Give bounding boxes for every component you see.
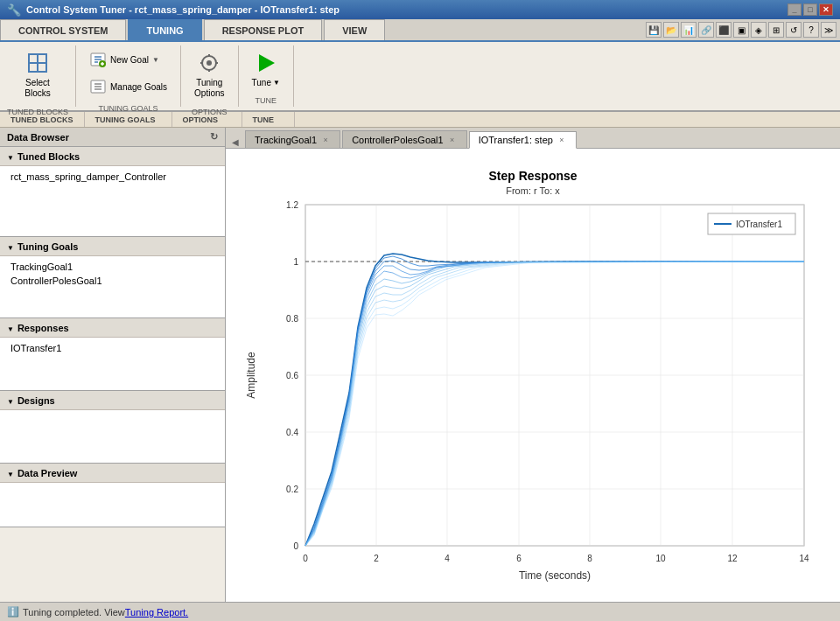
svg-text:0.8: 0.8: [286, 314, 298, 324]
tune-icon: [254, 51, 278, 75]
tuning-options-button[interactable]: TuningOptions: [188, 47, 230, 102]
tuning-options-icon: [197, 51, 221, 75]
sidebar-item-controller[interactable]: rct_mass_spring_damper_Controller: [7, 170, 218, 184]
sidebar: Data Browser ↻ Tuned Blocks rct_mass_spr…: [0, 128, 226, 602]
minimize-button[interactable]: _: [788, 3, 802, 16]
window-controls: _ □ ✕: [788, 3, 833, 16]
svg-text:1: 1: [293, 257, 298, 267]
svg-text:12: 12: [727, 554, 738, 563]
select-blocks-label: SelectBlocks: [24, 78, 50, 99]
app-icon: 🔧: [7, 3, 21, 17]
svg-text:10: 10: [655, 554, 666, 563]
tab-control-system[interactable]: CONTROL SYSTEM: [0, 19, 126, 40]
chart-scroll-left[interactable]: ◀: [229, 136, 242, 148]
toolbar-icon-3[interactable]: 📊: [681, 22, 696, 38]
ribbon-group-options: TuningOptions OPTIONS: [181, 45, 238, 107]
toolbar-icon-1[interactable]: 💾: [646, 22, 662, 38]
svg-text:0.2: 0.2: [286, 485, 298, 494]
new-goal-button[interactable]: New Goal ▼: [83, 47, 173, 72]
chart-tab-tracking-goal-close[interactable]: ×: [320, 135, 331, 145]
ribbon-group-tuning-goals: New Goal ▼ Manage Goals TUNING GOALS: [76, 45, 181, 107]
toolbar-icon-5[interactable]: ⬛: [716, 22, 732, 38]
sidebar-section-tuned-blocks: Tuned Blocks rct_mass_spring_damper_Cont…: [0, 147, 225, 237]
chart-tab-controller-poles-close[interactable]: ×: [447, 135, 458, 145]
sidebar-refresh-icon[interactable]: ↻: [210, 131, 218, 143]
toolbar-icon-8[interactable]: ⊞: [768, 22, 784, 38]
tuning-goals-label: Tuning Goals: [18, 241, 78, 252]
toolbar-icon-11[interactable]: ≫: [821, 22, 836, 38]
tuned-blocks-label: Tuned Blocks: [18, 151, 80, 162]
tab-tuning[interactable]: TUNING: [128, 19, 201, 40]
options-buttons: TuningOptions: [188, 47, 230, 102]
titlebar: 🔧 Control System Tuner - rct_mass_spring…: [0, 0, 840, 19]
status-icon: ℹ️: [7, 606, 19, 618]
svg-text:14: 14: [799, 554, 809, 563]
svg-text:1.2: 1.2: [286, 200, 298, 210]
maximize-button[interactable]: □: [803, 3, 817, 16]
svg-rect-2: [29, 63, 38, 72]
toolbar-icon-2[interactable]: 📂: [663, 22, 679, 38]
chart-tab-controller-poles[interactable]: ControllerPolesGoal1 ×: [342, 130, 467, 148]
tuning-report-link[interactable]: Tuning Report.: [125, 607, 188, 618]
toolbar-icon-4[interactable]: 🔗: [698, 22, 714, 38]
chart-tab-iotransfer-step-close[interactable]: ×: [556, 135, 567, 145]
chart-tab-iotransfer-step[interactable]: IOTransfer1: step ×: [469, 131, 577, 149]
svg-rect-1: [38, 54, 46, 63]
responses-collapse-icon: [7, 323, 14, 333]
data-preview-label: Data Preview: [18, 468, 77, 478]
tuning-goals-collapse-icon: [7, 241, 14, 252]
svg-text:4: 4: [444, 554, 450, 563]
svg-text:8: 8: [587, 554, 592, 563]
designs-content: [0, 410, 225, 463]
tab-view[interactable]: VIEW: [324, 19, 385, 40]
responses-header[interactable]: Responses: [0, 318, 225, 338]
step-response-chart: Step Response From: r To: x: [244, 161, 822, 590]
responses-content: IOTransfer1: [0, 338, 225, 390]
chart-tab-iotransfer-step-label: IOTransfer1: step: [479, 135, 553, 145]
sidebar-section-tuning-goals: Tuning Goals TrackingGoal1 ControllerPol…: [0, 237, 225, 318]
manage-goals-button[interactable]: Manage Goals: [83, 74, 173, 99]
tune-label: Tune ▼: [252, 78, 280, 87]
toolbar-icon-10[interactable]: ?: [803, 22, 819, 38]
new-goal-dropdown-icon: ▼: [152, 56, 159, 64]
designs-header[interactable]: Designs: [0, 391, 225, 410]
svg-text:0: 0: [303, 554, 308, 563]
sidebar-header: Data Browser ↻: [0, 128, 225, 147]
chart-nav-left: ◀: [226, 136, 245, 148]
responses-label: Responses: [18, 323, 69, 333]
ribbon-section-labels: TUNED BLOCKS TUNING GOALS OPTIONS TUNE: [0, 112, 840, 128]
new-goal-icon: [89, 51, 107, 68]
sidebar-section-designs: Designs: [0, 391, 225, 464]
toolbar-icon-6[interactable]: ▣: [733, 22, 749, 38]
sidebar-item-iotransfer[interactable]: IOTransfer1: [7, 341, 218, 355]
tab-response-plot[interactable]: RESPONSE PLOT: [204, 19, 323, 40]
select-blocks-button[interactable]: SelectBlocks: [18, 47, 57, 102]
tuning-goals-header[interactable]: Tuning Goals: [0, 237, 225, 256]
svg-rect-3: [38, 63, 46, 72]
data-preview-header[interactable]: Data Preview: [0, 464, 225, 483]
manage-goals-label: Manage Goals: [110, 82, 167, 92]
chart-tabs: ◀ TrackingGoal1 × ControllerPolesGoal1 ×…: [226, 128, 840, 149]
designs-label: Designs: [18, 395, 55, 406]
tune-button[interactable]: Tune ▼: [246, 47, 286, 91]
designs-collapse-icon: [7, 395, 14, 406]
ribbon-toolbar-right: 💾 📂 📊 🔗 ⬛ ▣ ◈ ⊞ ↺ ? ≫: [642, 19, 840, 40]
ribbon-content: SelectBlocks TUNED BLOCKS: [0, 42, 840, 112]
tuned-blocks-header[interactable]: Tuned Blocks: [0, 147, 225, 166]
chart-tab-tracking-goal[interactable]: TrackingGoal1 ×: [245, 130, 340, 148]
sidebar-item-controller-poles-goal[interactable]: ControllerPolesGoal1: [7, 274, 218, 288]
y-axis-label: Amplitude: [245, 352, 257, 399]
sidebar-item-tracking-goal[interactable]: TrackingGoal1: [7, 260, 218, 274]
sidebar-section-responses: Responses IOTransfer1: [0, 318, 225, 391]
close-button[interactable]: ✕: [819, 3, 833, 16]
tuning-goals-content: TrackingGoal1 ControllerPolesGoal1: [0, 256, 225, 317]
x-axis-label: Time (seconds): [519, 569, 591, 582]
chart-container: Step Response From: r To: x: [226, 149, 840, 602]
label-options: OPTIONS: [172, 112, 242, 127]
chart-tab-tracking-goal-label: TrackingGoal1: [255, 135, 317, 145]
svg-text:0.6: 0.6: [286, 371, 298, 380]
status-text: Tuning completed. View: [23, 607, 125, 618]
toolbar-icon-9[interactable]: ↺: [786, 22, 802, 38]
chart-title: Step Response: [488, 169, 577, 183]
toolbar-icon-7[interactable]: ◈: [751, 22, 766, 38]
